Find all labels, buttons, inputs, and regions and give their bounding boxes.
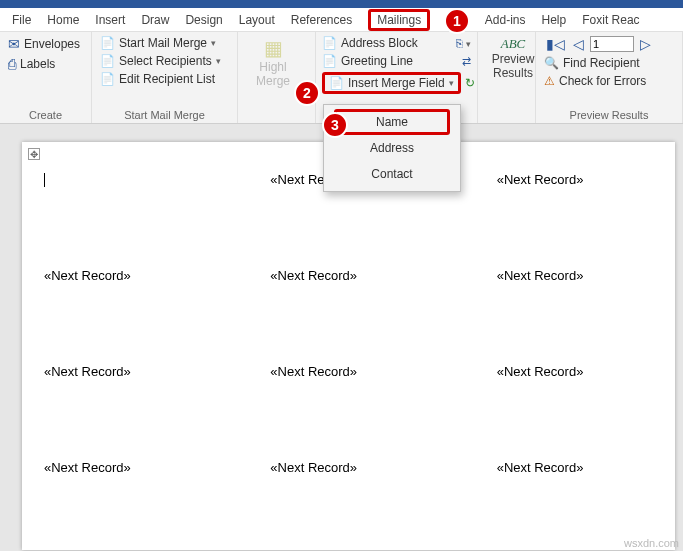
recipients-icon <box>100 54 115 68</box>
edit-recipient-list-label: Edit Recipient List <box>119 72 215 86</box>
prev-record-button[interactable]: ◁ <box>571 36 586 52</box>
address-block-label: Address Block <box>341 36 418 50</box>
label-cell[interactable]: «Next Record» <box>270 266 426 354</box>
check-errors-button[interactable]: ⚠ Check for Errors <box>544 74 674 88</box>
first-record-button[interactable]: ▮◁ <box>544 36 567 52</box>
group-create-label: Create <box>8 107 83 121</box>
watermark: wsxdn.com <box>624 537 679 549</box>
group-highlight-label <box>246 119 307 121</box>
label-cell[interactable]: «Next Record» <box>497 362 653 450</box>
edit-list-icon <box>100 72 115 86</box>
callout-1: 1 <box>444 8 470 34</box>
abc-icon: ABC <box>501 36 526 52</box>
titlebar <box>0 0 683 8</box>
labels-button[interactable]: Labels <box>8 56 83 72</box>
search-icon: 🔍 <box>544 56 559 70</box>
group-preview: ABC Preview Results <box>478 32 536 123</box>
ribbon-tabs: File Home Insert Draw Design Layout Refe… <box>0 8 683 32</box>
table-anchor-icon[interactable]: ✥ <box>28 148 40 160</box>
tab-foxit[interactable]: Foxit Reac <box>574 9 647 31</box>
tab-draw[interactable]: Draw <box>133 9 177 31</box>
rules-icon[interactable]: ⎘ <box>456 37 471 49</box>
group-preview-empty <box>486 119 527 121</box>
label-cell[interactable]: «Next Record» <box>270 458 426 546</box>
callout-3: 3 <box>322 112 348 138</box>
menu-item-address[interactable]: Address <box>324 135 460 161</box>
highlight-icon: ▦ <box>264 36 283 60</box>
tab-add-ins[interactable]: Add-ins <box>477 9 534 31</box>
insert-merge-field-label: Insert Merge Field <box>348 76 445 90</box>
greeting-line-icon <box>322 54 337 68</box>
preview-label-2: Results <box>493 66 533 80</box>
group-preview-results: ▮◁ ◁ ▷ 🔍 Find Recipient ⚠ Check for Erro… <box>536 32 683 123</box>
label-cell[interactable] <box>44 170 200 258</box>
tab-layout[interactable]: Layout <box>231 9 283 31</box>
match-fields-icon[interactable]: ⇄ <box>462 55 471 68</box>
tab-home[interactable]: Home <box>39 9 87 31</box>
check-errors-label: Check for Errors <box>559 74 646 88</box>
label-cell[interactable]: «Next Record» <box>44 266 200 354</box>
callout-2: 2 <box>294 80 320 106</box>
edit-recipient-list-button[interactable]: Edit Recipient List <box>100 72 229 86</box>
update-labels-icon[interactable]: ↻ <box>465 76 475 90</box>
select-recipients-button[interactable]: Select Recipients <box>100 54 229 68</box>
next-record-button[interactable]: ▷ <box>638 36 653 52</box>
group-start-merge: Start Mail Merge Select Recipients Edit … <box>92 32 238 123</box>
address-block-icon <box>322 36 337 50</box>
label-cell[interactable]: «Next Record» <box>270 362 426 450</box>
find-recipient-label: Find Recipient <box>563 56 640 70</box>
start-mail-merge-button[interactable]: Start Mail Merge <box>100 36 229 50</box>
preview-results-button[interactable]: ABC Preview Results <box>486 36 540 80</box>
group-start-label: Start Mail Merge <box>100 107 229 121</box>
select-recipients-label: Select Recipients <box>119 54 212 68</box>
tab-file[interactable]: File <box>4 9 39 31</box>
preview-label-1: Preview <box>492 52 535 66</box>
start-mail-merge-label: Start Mail Merge <box>119 36 207 50</box>
highlight-merge-fields-button: ▦ Highl Merge <box>246 36 300 88</box>
envelopes-label: Envelopes <box>24 37 80 51</box>
record-navigation[interactable]: ▮◁ ◁ ▷ <box>544 36 674 52</box>
chevron-down-icon: ▾ <box>449 78 454 88</box>
find-recipient-button[interactable]: 🔍 Find Recipient <box>544 56 674 70</box>
envelope-icon <box>8 36 20 52</box>
menu-item-name[interactable]: Name <box>334 109 450 135</box>
greeting-line-label: Greeting Line <box>341 54 413 68</box>
label-grid: «Next Record» «Next Record» «Next Record… <box>44 170 653 546</box>
label-cell[interactable]: «Next Record» <box>44 458 200 546</box>
label-cell[interactable]: «Next Record» <box>497 266 653 354</box>
highlight-label-1: Highl <box>259 60 286 74</box>
merge-field-icon <box>329 76 344 90</box>
record-number-input[interactable] <box>590 36 634 52</box>
greeting-line-button[interactable]: Greeting Line ⇄ <box>322 54 471 68</box>
labels-label: Labels <box>20 57 55 71</box>
check-icon: ⚠ <box>544 74 555 88</box>
envelopes-button[interactable]: Envelopes <box>8 36 83 52</box>
insert-merge-field-button[interactable]: Insert Merge Field ▾ ↻ <box>322 72 471 94</box>
group-create: Envelopes Labels Create <box>0 32 92 123</box>
tab-help[interactable]: Help <box>534 9 575 31</box>
label-cell[interactable]: «Next Record» <box>497 458 653 546</box>
tab-mailings[interactable]: Mailings <box>360 9 438 31</box>
group-highlight: ▦ Highl Merge <box>238 32 316 123</box>
tab-insert[interactable]: Insert <box>87 9 133 31</box>
label-cell[interactable]: «Next Record» <box>44 362 200 450</box>
tab-references[interactable]: References <box>283 9 360 31</box>
group-preview-results-label: Preview Results <box>544 107 674 121</box>
label-cell[interactable]: «Next Record» <box>497 170 653 258</box>
document-icon <box>100 36 115 50</box>
menu-item-contact[interactable]: Contact <box>324 161 460 187</box>
address-block-button[interactable]: Address Block ⎘ <box>322 36 471 50</box>
highlight-label-2: Merge <box>256 74 290 88</box>
tab-mailings-label: Mailings <box>368 9 430 31</box>
tab-design[interactable]: Design <box>177 9 230 31</box>
label-icon <box>8 56 16 72</box>
document-page[interactable]: ✥ «Next Record» «Next Record» «Next Reco… <box>22 142 675 550</box>
